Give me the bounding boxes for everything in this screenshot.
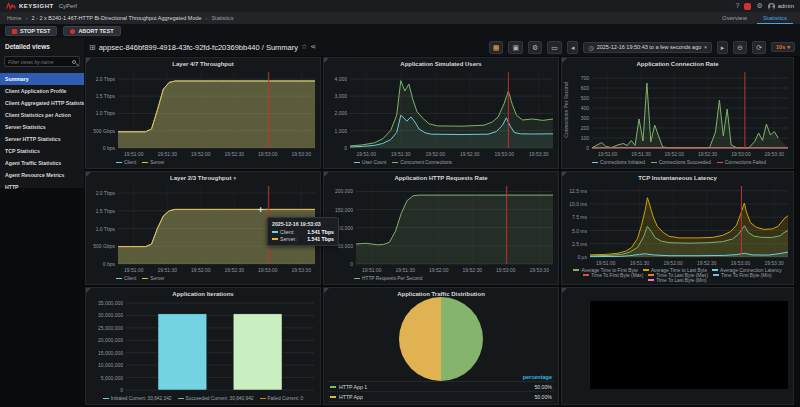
time-forward-button[interactable]: ▸ (717, 41, 729, 54)
svg-text:0: 0 (344, 145, 347, 151)
svg-text:300: 300 (581, 115, 590, 121)
legend-item[interactable]: Time To First Byte (Max) (583, 273, 643, 278)
legend-item[interactable]: Connections Initiated (592, 160, 645, 165)
svg-text:1.0 Tbps: 1.0 Tbps (96, 226, 116, 232)
sidebar-item-summary[interactable]: Summary (0, 73, 84, 85)
panel-info-corner[interactable] (86, 58, 91, 63)
panel-application-iterations: Application Iterations 05,000,00010,000,… (85, 287, 321, 405)
panel-info-corner[interactable] (562, 288, 567, 293)
panel-title[interactable]: TCP Instantaneous Latency (562, 172, 793, 183)
sidebar-item-agent-resource-metrics[interactable]: Agent Resource Metrics (0, 169, 84, 181)
tab-overview[interactable]: Overview (716, 13, 753, 23)
svg-text:25,000,000: 25,000,000 (98, 325, 123, 331)
svg-text:2.0 Tbps: 2.0 Tbps (96, 76, 116, 82)
svg-text:19:53:30: 19:53:30 (291, 151, 311, 157)
svg-text:1.5 Tbps: 1.5 Tbps (96, 208, 116, 214)
dashboard-settings-icon[interactable]: ⚙ (528, 41, 542, 54)
legend-item[interactable]: Failed Current: 0 (260, 396, 304, 401)
svg-text:10,000,000: 10,000,000 (98, 362, 123, 368)
legend-item[interactable]: User Count (354, 160, 386, 165)
panels-icon[interactable]: ▦ (489, 41, 504, 54)
sidebar-item-http[interactable]: HTTP (0, 181, 84, 193)
refresh-icon[interactable]: ⟳ (752, 41, 766, 54)
svg-text:19:51:30: 19:51:30 (158, 151, 178, 157)
legend-item[interactable]: Server (142, 276, 164, 281)
svg-text:19:53:00: 19:53:00 (258, 151, 278, 157)
panel-title[interactable]: Layer 2/3 Throughput▾ (86, 172, 320, 183)
refresh-interval-dropdown[interactable]: 10s ▾ (771, 42, 795, 52)
svg-text:19:51:30: 19:51:30 (630, 260, 650, 266)
sidebar-item-agent-traffic-statistics[interactable]: Agent Traffic Statistics (0, 157, 84, 169)
filter-box[interactable] (4, 56, 80, 67)
sidebar-item-tcp-statistics[interactable]: TCP Statistics (0, 145, 84, 157)
panel-title[interactable]: Application Iterations (86, 288, 320, 299)
sidebar-item-server-http-statistics[interactable]: Server HTTP Statistics (0, 133, 84, 145)
legend-item[interactable]: Connections Succeeded (651, 160, 711, 165)
sidebar-item-client-aggregated-http-statistics[interactable]: Client Aggregated HTTP Statistics (0, 97, 84, 109)
iterations-bar-chart: 05,000,00010,000,00015,000,00020,000,000… (86, 299, 320, 394)
svg-text:400: 400 (581, 105, 590, 111)
abort-test-button[interactable]: ABORT TEST (63, 26, 120, 36)
legend-item[interactable]: Client (116, 160, 136, 165)
stop-test-button[interactable]: STOP TEST (5, 26, 57, 36)
breadcrumb-test-name[interactable]: 2 - 2 x B240-1.46T-HTTP Bi-Directional T… (32, 15, 202, 21)
sidebar-item-server-statistics[interactable]: Server Statistics (0, 121, 84, 133)
pie-legend-header[interactable]: percentage (328, 373, 554, 382)
time-range-picker[interactable]: ◷ 2025-12-16 19:50:43 to a few seconds a… (583, 42, 711, 53)
legend-item[interactable]: Initiated Current: 30,642,342 (103, 396, 172, 401)
legend-item[interactable]: Server (142, 160, 164, 165)
panel-info-corner[interactable] (562, 58, 567, 63)
panel-info-corner[interactable] (86, 288, 91, 293)
stop-icon (12, 29, 17, 34)
svg-text:1.0 Tbps: 1.0 Tbps (96, 110, 116, 116)
abort-icon (70, 29, 75, 34)
panel-title[interactable]: Application Simulated Users (324, 58, 558, 69)
share-icon[interactable]: ⋖ (310, 43, 316, 51)
gear-icon[interactable]: ⚙ (754, 2, 764, 10)
panel-info-corner[interactable] (324, 58, 329, 63)
help-icon[interactable]: ? (733, 2, 741, 10)
panel-title[interactable]: Application Connection Rate (562, 58, 793, 69)
save-dashboard-icon[interactable]: ▣ (508, 41, 523, 54)
legend-item[interactable]: Client (116, 276, 136, 281)
legend-item[interactable]: Succeeded Current: 30,640,942 (178, 396, 254, 401)
http-requests-legend: HTTP Requests Per Second (324, 274, 558, 283)
chevron-down-icon: ▾ (787, 44, 790, 50)
user-avatar-icon[interactable] (768, 3, 775, 10)
sidebar-title: Detailed views (0, 38, 84, 56)
svg-text:19:52:30: 19:52:30 (460, 151, 480, 157)
filter-views-input[interactable] (8, 59, 70, 65)
svg-text:500 Gbps: 500 Gbps (93, 243, 115, 249)
layer-23-legend: ClientServer (86, 274, 320, 283)
tv-mode-icon[interactable]: ▭ (547, 41, 562, 54)
panel-info-corner[interactable] (324, 172, 329, 177)
legend-item[interactable]: Time To Last Byte (Min) (648, 278, 706, 283)
time-back-button[interactable]: ◂ (567, 41, 579, 54)
crosshair-icon: + (258, 205, 263, 215)
legend-item[interactable]: Time To First Byte (Min) (713, 273, 772, 278)
panel-title[interactable]: Application HTTP Requests Rate (324, 172, 558, 183)
alarm-icon[interactable] (744, 3, 751, 10)
legend-item[interactable]: HTTP Requests Per Second (354, 276, 422, 281)
sidebar-item-client-application-profile[interactable]: Client Application Profile (0, 85, 84, 97)
panel-layer-47-throughput: Layer 4/7 Throughput 19:51:0019:51:3019:… (85, 57, 321, 169)
svg-text:19:52:00: 19:52:00 (665, 151, 685, 157)
legend-item[interactable]: Concurrent Connections (392, 160, 452, 165)
zoom-out-icon[interactable]: ⊖ (733, 41, 747, 54)
legend-item[interactable]: Connections Failed (717, 160, 766, 165)
svg-text:19:52:00: 19:52:00 (429, 267, 449, 273)
panel-info-corner[interactable] (86, 172, 91, 177)
tab-statistics[interactable]: Statistics (757, 13, 793, 24)
layer-47-legend: ClientServer (86, 158, 320, 167)
panel-title[interactable]: Layer 4/7 Throughput (86, 58, 320, 69)
panel-title[interactable] (562, 288, 793, 299)
panel-info-corner[interactable] (324, 288, 329, 293)
username[interactable]: admin (778, 3, 794, 9)
breadcrumb-home[interactable]: Home (7, 15, 22, 21)
star-icon[interactable]: ☆ (301, 43, 307, 51)
svg-text:20,000,000: 20,000,000 (98, 337, 123, 343)
sidebar-item-client-statistics-per-action[interactable]: Client Statistics per Action (0, 109, 84, 121)
dashboard-grid-icon[interactable]: ⊞ (89, 43, 96, 52)
panel-info-corner[interactable] (562, 172, 567, 177)
panel-traffic-distribution: Application Traffic Distribution percent… (323, 287, 559, 405)
